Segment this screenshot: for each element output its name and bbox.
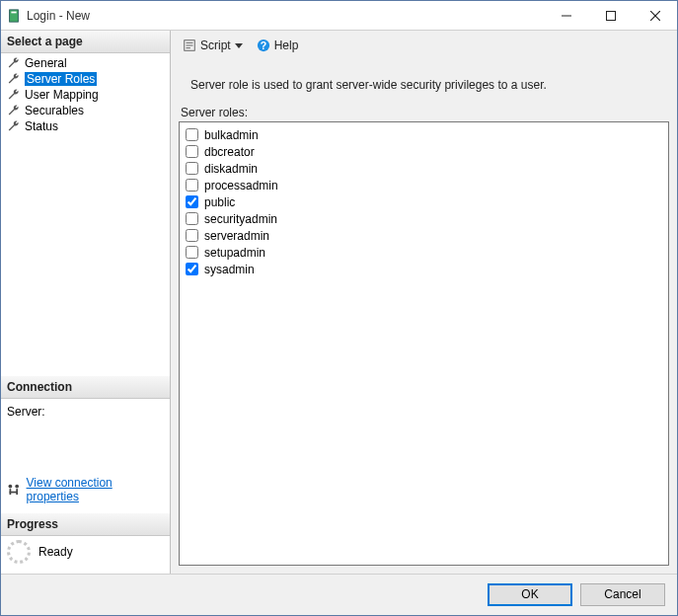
svg-text:?: ? [260,38,265,50]
nav-item-label: Securables [25,104,84,117]
page-nav-list: GeneralServer RolesUser MappingSecurable… [1,53,170,136]
role-label: dbcreator [204,145,255,159]
dialog-footer: OK Cancel [1,574,677,615]
nav-item-label: Server Roles [25,72,97,86]
titlebar: Login - New [1,1,677,31]
left-panel: Select a page GeneralServer RolesUser Ma… [1,31,171,574]
minimize-button[interactable] [544,1,588,30]
role-label: securityadmin [204,212,277,226]
window-title: Login - New [27,9,90,23]
script-button[interactable]: Script [179,37,247,54]
server-roles-label: Server roles: [179,106,669,121]
role-checkbox-public[interactable] [186,195,198,208]
server-label: Server: [7,405,164,419]
select-page-header: Select a page [1,31,170,53]
nav-item-status[interactable]: Status [1,118,170,134]
help-label: Help [274,38,299,52]
script-label: Script [200,38,231,52]
close-button[interactable] [633,1,677,30]
role-row-securityadmin: securityadmin [186,210,662,227]
progress-body: Ready [1,536,170,574]
view-connection-link[interactable]: View connection properties [27,476,164,503]
role-label: public [204,195,235,209]
role-row-diskadmin: diskadmin [186,160,662,177]
role-checkbox-setupadmin[interactable] [186,246,198,259]
cancel-button[interactable]: Cancel [580,583,665,606]
wrench-icon [7,88,21,102]
maximize-button[interactable] [588,1,633,30]
role-label: serveradmin [204,229,269,243]
svg-point-6 [9,485,13,489]
toolbar: Script ? Help [179,31,669,60]
dialog-login-new: Login - New Select a page GeneralServer … [0,0,678,616]
content-area: Select a page GeneralServer RolesUser Ma… [1,31,677,574]
svg-point-7 [15,485,19,489]
right-panel: Script ? Help Server role is used to gra… [171,31,677,574]
progress-status: Ready [38,545,73,559]
window-controls [544,1,677,30]
nav-item-server-roles[interactable]: Server Roles [1,71,170,87]
svg-marker-15 [235,43,243,48]
connection-link-row: View connection properties [7,476,164,503]
role-checkbox-diskadmin[interactable] [186,162,198,175]
app-icon [7,9,21,23]
wrench-icon [7,56,21,70]
role-checkbox-securityadmin[interactable] [186,212,198,225]
role-checkbox-processadmin[interactable] [186,179,198,192]
chevron-down-icon [235,41,243,49]
help-button[interactable]: ? Help [253,37,303,54]
wrench-icon [7,104,21,117]
wrench-icon [7,119,21,133]
role-row-dbcreator: dbcreator [186,143,662,160]
role-checkbox-sysadmin[interactable] [186,263,198,275]
svg-rect-10 [10,492,18,494]
role-checkbox-dbcreator[interactable] [186,145,198,158]
role-row-serveradmin: serveradmin [186,227,662,244]
role-label: setupadmin [204,246,265,260]
nav-item-label: User Mapping [25,88,99,102]
role-row-setupadmin: setupadmin [186,244,662,261]
nav-item-securables[interactable]: Securables [1,103,170,118]
role-label: sysadmin [204,263,255,276]
server-roles-list: bulkadmindbcreatordiskadminprocessadminp… [179,121,669,566]
role-checkbox-serveradmin[interactable] [186,229,198,242]
progress-spinner-icon [7,540,31,564]
nav-item-general[interactable]: General [1,55,170,71]
role-row-sysadmin: sysadmin [186,261,662,277]
help-icon: ? [257,38,270,52]
progress-header: Progress [1,513,170,536]
nav-item-user-mapping[interactable]: User Mapping [1,87,170,103]
description-text: Server role is used to grant server-wide… [179,60,669,106]
role-label: processadmin [204,179,278,192]
role-row-bulkadmin: bulkadmin [186,126,662,143]
role-label: bulkadmin [204,128,259,142]
nav-item-label: Status [25,119,58,133]
svg-rect-1 [11,11,16,13]
connection-header: Connection [1,376,170,399]
connection-body: Server: View connection properties [1,399,170,513]
svg-rect-3 [606,11,615,20]
role-label: diskadmin [204,162,258,176]
ok-button[interactable]: OK [488,583,572,606]
wrench-icon [7,72,21,86]
script-icon [183,38,196,52]
role-row-public: public [186,193,662,210]
nav-item-label: General [25,56,67,70]
role-checkbox-bulkadmin[interactable] [186,128,198,141]
role-row-processadmin: processadmin [186,177,662,193]
left-spacer [1,136,170,376]
connection-icon [7,483,21,497]
